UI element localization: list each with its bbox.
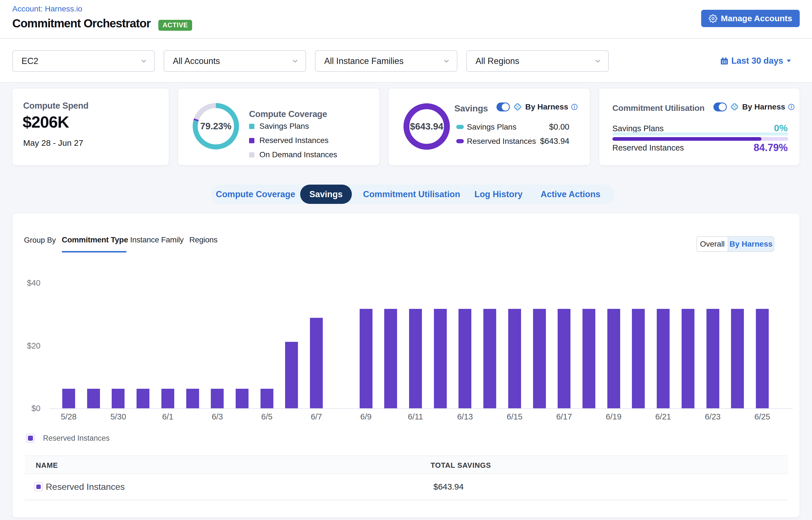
utilisation-by-harness-toggle[interactable] [713,103,727,111]
x-axis-line [49,408,793,409]
compute-spend-card: Compute Spend $206K May 28 - Jun 27 [12,88,169,165]
calendar-icon [721,57,728,65]
x-tick-6/19: 6/19 [597,412,630,421]
group-tab-regions[interactable]: Regions [189,235,217,244]
bar-6/9 [360,309,372,408]
bar-6/21 [657,309,670,408]
bar-6/10 [384,309,397,408]
bar-6/1 [161,389,174,408]
bar-6/14 [483,309,496,408]
compute-coverage-center-value: 79.23% [193,103,239,149]
savings-title: Savings [454,103,488,114]
info-icon[interactable] [788,104,795,110]
reserved-instances-swatch [456,139,464,143]
x-tick-6/13: 6/13 [448,412,482,421]
accounts-select[interactable]: All Accounts [164,50,306,72]
gear-icon [709,14,717,23]
row-swatch [34,482,43,491]
caret-down-icon [786,59,791,62]
x-tick-6/1: 6/1 [151,412,185,421]
reserved-instances-legend-swatch [249,138,254,143]
harness-logo-icon [730,102,739,112]
savings-by-harness-label: By Harness [525,103,568,111]
regions-select[interactable]: All Regions [466,50,609,72]
status-badge: ACTIVE [158,20,192,31]
bar-6/17 [558,309,571,408]
info-icon[interactable] [571,104,578,110]
instance-families-select-value: All Instance Families [324,56,443,66]
y-axis-label: $0 [15,404,41,413]
savings-card: $643.94 Savings By Harness Saving [388,88,590,165]
util-reserved-instances-fill [612,137,761,141]
tab-log-history[interactable]: Log History [474,185,518,204]
table-row[interactable]: Reserved Instances $643.94 [25,474,788,500]
section-tabs: Compute Coverage Savings Commitment Util… [211,185,614,204]
x-tick-5/28: 5/28 [52,412,85,421]
util-savings-plans-bar [612,132,788,135]
view-toggle-overall[interactable]: Overall [697,237,728,251]
reserved-instances-label: Reserved Instances [467,137,536,146]
page-header: Account: Harness.io Commitment Orchestra… [0,0,812,38]
x-tick-6/5: 6/5 [250,412,284,421]
tab-active-actions[interactable]: Active Actions [541,185,596,204]
x-tick-6/25: 6/25 [745,412,779,421]
savings-by-harness-toggle[interactable] [496,103,510,111]
bar-6/4 [236,389,248,408]
x-tick-6/3: 6/3 [201,412,234,421]
tab-commitment-utilisation[interactable]: Commitment Utilisation [363,185,452,204]
bar-6/3 [211,389,224,408]
service-select[interactable]: EC2 [12,50,155,72]
bar-5/30 [112,389,125,408]
commitment-orchestrator-page: Account: Harness.io Commitment Orchestra… [0,0,812,520]
bar-6/2 [186,389,199,408]
view-toggle-by-harness[interactable]: By Harness [728,237,774,251]
compute-spend-title: Compute Spend [23,101,88,111]
row-name: Reserved Instances [46,482,125,492]
view-toggle: Overall By Harness [697,236,774,252]
x-tick-6/9: 6/9 [349,412,383,421]
row-total-savings: $643.94 [434,482,464,492]
savings-plans-legend-label: Savings Plans [259,122,309,131]
util-savings-plans-pct: 0% [774,123,788,133]
savings-plans-label: Savings Plans [467,123,516,132]
date-range-value: Last 30 days [731,56,783,66]
reserved-instances-value: $643.94 [540,136,569,146]
tab-compute-coverage[interactable]: Compute Coverage [216,185,289,204]
y-axis-label: $20 [15,341,41,350]
manage-accounts-button[interactable]: Manage Accounts [701,10,800,27]
account-breadcrumb-link[interactable]: Account: Harness.io [12,4,82,14]
instance-families-select[interactable]: All Instance Families [315,50,457,72]
bar-6/24 [731,309,744,408]
tab-savings[interactable]: Savings [300,185,352,204]
on-demand-legend-swatch [249,152,254,157]
group-tab-active-underline [62,251,127,253]
on-demand-legend-label: On Demand Instances [259,150,337,159]
bar-6/11 [409,309,422,408]
x-tick-6/15: 6/15 [498,412,531,421]
date-range-picker[interactable]: Last 30 days [721,50,791,72]
chart-legend-label: Reserved Instances [43,434,110,443]
x-tick-6/11: 6/11 [399,412,432,421]
compute-spend-value: $206K [23,112,69,131]
reserved-instances-legend-label: Reserved Instances [259,136,329,145]
column-header-name: NAME [36,456,58,474]
savings-plans-legend-swatch [249,124,254,129]
savings-table: NAME TOTAL SAVINGS Reserved Instances $6… [25,456,788,500]
group-tab-commitment-type[interactable]: Commitment Type [62,235,128,244]
harness-logo-icon [513,102,522,112]
util-savings-plans-label: Savings Plans [612,124,664,133]
compute-coverage-donut-chart: 79.23% [193,103,239,149]
chart-legend[interactable]: Reserved Instances [26,434,110,443]
bar-6/25 [756,309,769,408]
util-reserved-instances-pct: 84.79% [754,142,788,154]
group-tab-instance-family[interactable]: Instance Family [130,235,184,244]
bar-5/28 [62,389,75,408]
savings-center-value: $643.94 [403,103,450,150]
bar-5/31 [136,389,149,408]
filter-bar: EC2 All Accounts All Instance Families A… [0,39,812,83]
savings-donut-chart: $643.94 [403,103,450,150]
service-select-value: EC2 [22,56,140,66]
compute-coverage-card: 79.23% Compute Coverage Savings Plans Re… [178,88,379,165]
savings-panel: Group By Commitment Type Instance Family… [12,213,800,518]
page-title: Commitment Orchestrator [12,17,151,30]
